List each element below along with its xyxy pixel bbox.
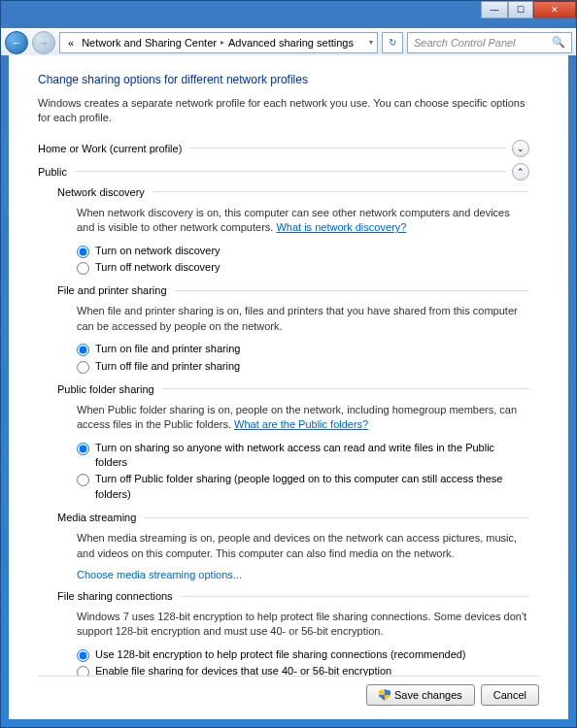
page-title: Change sharing options for different net… xyxy=(38,73,529,86)
close-button[interactable]: ✕ xyxy=(533,1,576,18)
section-title: Media streaming xyxy=(57,512,136,523)
link-what-is-network-discovery[interactable]: What is network discovery? xyxy=(276,221,406,233)
radio-pf-off[interactable]: Turn off Public folder sharing (people l… xyxy=(77,472,529,502)
save-changes-button[interactable]: Save changes xyxy=(366,684,475,706)
section-title: File sharing connections xyxy=(57,590,173,602)
radio-fc-128[interactable]: Use 128-bit encryption to help protect f… xyxy=(77,647,529,662)
radio-nd-off[interactable]: Turn off network discovery xyxy=(77,260,529,275)
shield-icon xyxy=(379,689,390,701)
section-desc: When file and printer sharing is on, fil… xyxy=(77,304,529,334)
profile-public-label: Public xyxy=(38,166,67,178)
link-public-folders[interactable]: What are the Public folders? xyxy=(234,418,368,430)
radio-pf-on[interactable]: Turn on sharing so anyone with network a… xyxy=(77,441,529,471)
section-desc: When media streaming is on, people and d… xyxy=(77,531,529,561)
breadcrumb-item-1[interactable]: Network and Sharing Center xyxy=(78,37,221,49)
link-media-streaming-options[interactable]: Choose media streaming options... xyxy=(77,569,529,580)
search-input[interactable]: Search Control Panel xyxy=(407,32,572,53)
back-button[interactable]: ← xyxy=(5,31,28,54)
refresh-button[interactable]: ↻ xyxy=(382,32,403,53)
section-title: File and printer sharing xyxy=(57,284,167,296)
radio-fp-off[interactable]: Turn off file and printer sharing xyxy=(77,359,529,374)
chevron-up-icon[interactable]: ⌃ xyxy=(512,163,529,181)
forward-button[interactable]: → xyxy=(32,31,55,54)
window: — ☐ ✕ ← → « Network and Sharing Center ▸… xyxy=(0,0,577,728)
section-network-discovery: Network discovery When network discovery… xyxy=(57,186,529,276)
section-title: Network discovery xyxy=(57,186,145,198)
dropdown-icon[interactable]: ▾ xyxy=(369,38,373,47)
radio-fc-40-56[interactable]: Enable file sharing for devices that use… xyxy=(77,664,529,676)
breadcrumb-prefix-icon: « xyxy=(64,37,78,49)
intro-text: Windows creates a separate network profi… xyxy=(38,96,529,126)
section-media-streaming: Media streaming When media streaming is … xyxy=(57,512,529,580)
chevron-down-icon[interactable]: ⌄ xyxy=(512,140,529,157)
section-title: Public folder sharing xyxy=(57,383,154,395)
section-file-sharing-connections: File sharing connections Windows 7 uses … xyxy=(57,590,529,676)
radio-nd-on[interactable]: Turn on network discovery xyxy=(77,244,529,258)
profile-public-header[interactable]: Public ⌃ xyxy=(38,163,529,181)
minimize-button[interactable]: — xyxy=(481,1,508,18)
divider xyxy=(189,148,506,149)
profile-home-label: Home or Work (current profile) xyxy=(38,143,182,154)
maximize-button[interactable]: ☐ xyxy=(508,1,533,18)
scroll-area[interactable]: Change sharing options for different net… xyxy=(38,73,539,676)
titlebar: — ☐ ✕ xyxy=(1,1,576,28)
divider xyxy=(75,171,506,172)
breadcrumb-item-2[interactable]: Advanced sharing settings xyxy=(224,37,357,49)
section-desc: When Public folder sharing is on, people… xyxy=(77,403,529,433)
section-file-printer-sharing: File and printer sharing When file and p… xyxy=(57,284,529,374)
navbar: ← → « Network and Sharing Center ▸ Advan… xyxy=(1,28,576,55)
section-desc: When network discovery is on, this compu… xyxy=(77,206,529,236)
radio-fp-on[interactable]: Turn on file and printer sharing xyxy=(77,342,529,356)
address-bar[interactable]: « Network and Sharing Center ▸ Advanced … xyxy=(59,32,378,53)
section-public-folder-sharing: Public folder sharing When Public folder… xyxy=(57,383,529,502)
section-desc: Windows 7 uses 128-bit encryption to hel… xyxy=(77,610,529,640)
content-panel: Change sharing options for different net… xyxy=(9,55,568,719)
footer: Save changes Cancel xyxy=(38,676,539,710)
profile-home-header[interactable]: Home or Work (current profile) ⌄ xyxy=(38,140,529,157)
cancel-button[interactable]: Cancel xyxy=(481,684,539,706)
